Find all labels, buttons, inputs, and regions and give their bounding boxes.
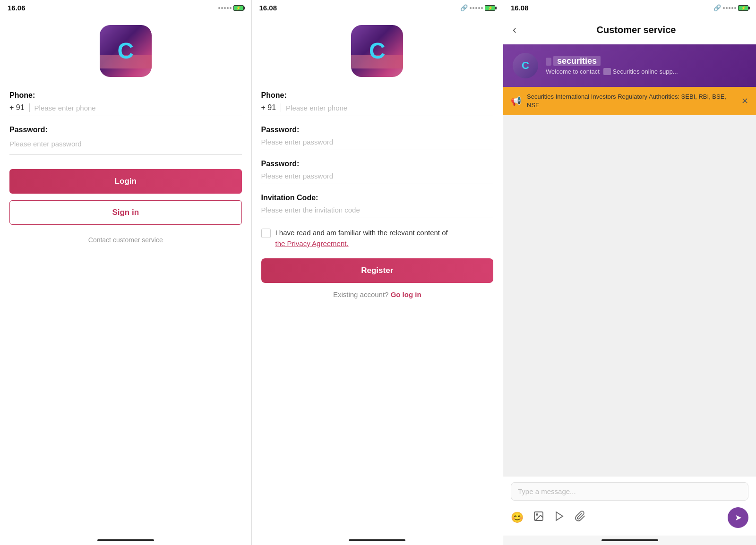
notice-speaker-icon: 📢 <box>511 96 521 106</box>
emoji-button[interactable]: 😊 <box>511 511 524 524</box>
status-icons-2: 🔗 ⚡ <box>460 4 495 11</box>
cs-title: Customer service <box>526 25 747 35</box>
register-button[interactable]: Register <box>261 258 494 283</box>
agreement-checkbox[interactable] <box>261 229 271 238</box>
cs-agent-sub: Welcome to contact Securities online sup… <box>546 68 747 75</box>
reg-phone-input[interactable]: + 91 Please enter phone <box>261 103 494 116</box>
cs-header: ‹ Customer service <box>503 16 756 44</box>
image-button[interactable] <box>533 511 544 525</box>
agent-sub-blurred <box>603 68 611 75</box>
app-logo: C <box>100 25 152 77</box>
privacy-link[interactable]: the Privacy Agreement. <box>275 239 349 247</box>
status-bar-2: 16.08 🔗 ⚡ <box>252 0 503 16</box>
battery-icon-3: ⚡ <box>738 5 748 11</box>
home-indicator-1 <box>97 539 154 541</box>
phone-label: Phone: <box>9 91 242 100</box>
battery-icon-2: ⚡ <box>485 5 495 11</box>
home-indicator-3 <box>601 539 658 541</box>
reg-password1-label: Password: <box>261 126 494 134</box>
agent-sub-text: Welcome to contact <box>546 68 600 75</box>
cs-notice-banner: 📢 Securities International Investors Reg… <box>503 87 756 115</box>
send-icon: ➤ <box>735 512 742 523</box>
agent-sub-text2: Securities online supp... <box>613 68 678 75</box>
svg-point-1 <box>536 514 538 515</box>
link-icon-3: 🔗 <box>713 4 721 11</box>
cs-agent-banner: C securities Welcome to contact Securiti… <box>503 44 756 87</box>
cs-back-button[interactable]: ‹ <box>513 23 516 36</box>
reg-password1-input[interactable]: Please enter password <box>261 138 494 150</box>
login-form: Phone: + 91 Please enter phone Password:… <box>0 91 251 539</box>
reg-password2-placeholder: Please enter password <box>261 172 494 180</box>
password2-field-group: Password: Please enter password <box>261 160 494 184</box>
signal-icon-3 <box>723 7 736 9</box>
contact-customer-service-link[interactable]: Contact customer service <box>9 236 242 244</box>
register-screen: 16.08 🔗 ⚡ C Phone: + 91 <box>252 0 504 545</box>
register-form: Phone: + 91 Please enter phone Password:… <box>252 91 503 539</box>
password-placeholder: Please enter password <box>9 138 242 150</box>
logo-letter: C <box>117 40 134 62</box>
home-indicator-2 <box>349 539 405 541</box>
phone-prefix: + 91 <box>9 103 30 112</box>
reg-password2-label: Password: <box>261 160 494 168</box>
signin-button[interactable]: Sign in <box>9 200 242 225</box>
video-button[interactable] <box>554 511 565 525</box>
reg-password1-placeholder: Please enter password <box>261 138 494 146</box>
existing-account-row: Existing account? Go log in <box>261 290 494 298</box>
notice-text: Securities International Investors Regul… <box>527 93 736 110</box>
agreement-text: I have read and am familiar with the rel… <box>275 228 448 249</box>
cs-avatar: C <box>513 53 538 78</box>
charging-icon-3: ⚡ <box>741 6 746 10</box>
login-screen: 16.06 ⚡ C Phone: + 91 Please enter phone <box>0 0 252 545</box>
status-time-2: 16.08 <box>259 4 277 12</box>
cs-chat-area <box>503 115 756 476</box>
svg-marker-2 <box>556 512 563 520</box>
app-logo-area: C <box>0 16 251 91</box>
agreement-label: I have read and am familiar with the rel… <box>275 229 448 237</box>
agent-name-prefix <box>546 58 551 66</box>
logo-letter-2: C <box>369 40 386 62</box>
invitation-input[interactable]: Please enter the invitation code <box>261 206 494 218</box>
cs-agent-info: securities Welcome to contact Securities… <box>546 56 747 75</box>
go-login-link[interactable]: Go log in <box>391 290 421 298</box>
notice-close-button[interactable]: ✕ <box>741 96 748 106</box>
link-icon: 🔗 <box>460 4 468 11</box>
status-bar-3: 16.08 🔗 ⚡ <box>503 0 756 16</box>
reg-phone-label: Phone: <box>261 91 494 100</box>
customer-service-screen: 16.08 🔗 ⚡ ‹ Customer service C <box>503 0 756 545</box>
password1-field-group: Password: Please enter password <box>261 126 494 150</box>
charging-icon: ⚡ <box>236 6 241 10</box>
phone-input-row[interactable]: + 91 Please enter phone <box>9 103 242 116</box>
app-logo-area-2: C <box>252 16 503 91</box>
invitation-field-group: Invitation Code: Please enter the invita… <box>261 194 494 218</box>
invitation-label: Invitation Code: <box>261 194 494 202</box>
app-logo-2: C <box>351 25 403 77</box>
status-icons-1: ⚡ <box>218 5 244 11</box>
signal-icon <box>218 7 232 9</box>
attachment-button[interactable] <box>575 511 586 525</box>
status-bar-1: 16.06 ⚡ <box>0 0 251 16</box>
agreement-row[interactable]: I have read and am familiar with the rel… <box>261 228 494 249</box>
existing-account-text: Existing account? <box>333 290 389 298</box>
send-button[interactable]: ➤ <box>728 507 748 528</box>
phone-input-placeholder: Please enter phone <box>34 104 242 112</box>
cs-toolbar: 😊 ➤ <box>511 505 748 530</box>
phone-field-group: Phone: + 91 Please enter phone <box>261 91 494 116</box>
password-input-field[interactable]: Please enter password <box>9 138 242 155</box>
password-label: Password: <box>9 126 242 134</box>
avatar-letter: C <box>522 60 529 72</box>
agent-name-text: securities <box>553 56 601 66</box>
status-icons-3: 🔗 ⚡ <box>713 4 748 11</box>
signal-icon-2 <box>470 7 483 9</box>
cs-avatar-inner: C <box>513 53 538 78</box>
login-button[interactable]: Login <box>9 169 242 194</box>
cs-agent-name: securities <box>546 56 747 66</box>
charging-icon-2: ⚡ <box>488 6 493 10</box>
message-placeholder: Type a message... <box>518 487 576 495</box>
message-input[interactable]: Type a message... <box>511 482 748 501</box>
status-time-1: 16.06 <box>8 4 26 12</box>
reg-phone-prefix: + 91 <box>261 103 282 112</box>
reg-phone-placeholder: Please enter phone <box>286 104 493 112</box>
invitation-placeholder: Please enter the invitation code <box>261 206 494 214</box>
reg-password2-input[interactable]: Please enter password <box>261 172 494 184</box>
status-time-3: 16.08 <box>511 4 529 12</box>
